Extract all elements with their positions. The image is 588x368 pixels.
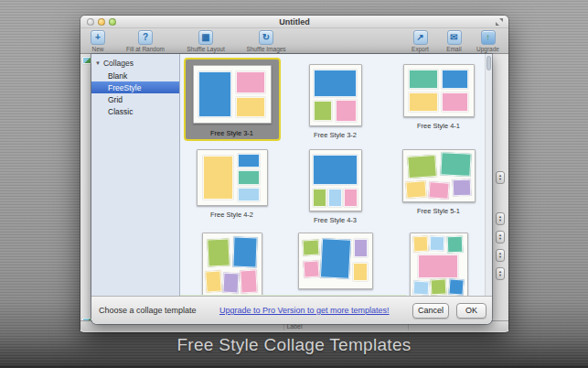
template-card[interactable] [387, 224, 490, 296]
template-label: Free Style 5-1 [417, 207, 460, 215]
lightblue-photo-block [328, 189, 342, 207]
upgrade-pro-link[interactable]: Upgrade to Pro Version to get more templ… [197, 306, 412, 315]
sidebar-item-grid[interactable]: Grid [91, 93, 179, 105]
close-button[interactable] [87, 18, 94, 26]
upgrade-button[interactable]: ↑Upgrade [471, 29, 505, 53]
teal-photo-block [409, 70, 438, 89]
blue-photo-block [442, 70, 469, 89]
cancel-button[interactable]: Cancel [412, 303, 449, 319]
pink-photo-block [240, 270, 257, 294]
selected-template-highlight: Free Style 3-1 [184, 58, 281, 141]
template-card[interactable] [283, 224, 387, 296]
export-arrow-icon: ↗ [413, 30, 428, 45]
zoom-button[interactable] [109, 18, 116, 26]
pink-photo-block [303, 260, 319, 277]
shuffle-layout-label: Shuffle Layout [187, 46, 224, 52]
blue-photo-block [320, 238, 351, 279]
background-inspector-pane: ▲▼▲▼▲▼▲▼▲▼ [492, 54, 508, 320]
sidebar-item-freestyle[interactable]: FreeStyle [91, 81, 179, 93]
ok-button[interactable]: OK [456, 303, 486, 319]
blue-photo-block [198, 71, 230, 118]
yellow-photo-block [412, 235, 427, 252]
fill-at-random-button[interactable]: ?Fill at Random [113, 29, 177, 53]
green-photo-block [314, 101, 332, 121]
template-thumbnail [402, 149, 476, 202]
template-grid: Free Style 3-1Free Style 3-2Free Style 4… [180, 54, 492, 296]
yellow-photo-block [406, 180, 427, 198]
layout-grid-icon: ▦ [198, 30, 213, 45]
yellow-photo-block [203, 156, 233, 200]
screenshot-caption: Free Style Collage Templates [0, 335, 588, 355]
template-free-style-5-1[interactable]: Free Style 5-1 [387, 139, 490, 224]
stepper-control[interactable]: ▲▼ [496, 212, 505, 225]
teal-photo-block [238, 170, 260, 185]
email-button[interactable]: ✉Email [437, 29, 471, 53]
yellow-photo-block [205, 271, 221, 294]
titlebar[interactable]: Untitled [80, 16, 508, 28]
sidebar-group-collages[interactable]: ▼ Collages [91, 57, 179, 70]
green-photo-block [313, 189, 326, 207]
template-card[interactable] [180, 224, 283, 296]
stepper-control[interactable]: ▲▼ [496, 249, 505, 262]
green-photo-block [303, 240, 319, 256]
template-thumbnail [197, 149, 268, 206]
photo-thumbnail-icon[interactable] [82, 57, 91, 64]
template-thumbnail [403, 64, 475, 117]
envelope-icon: ✉ [447, 30, 462, 45]
teal-photo-block [446, 235, 462, 253]
template-chooser-sheet: ▼ Collages BlankFreeStyleGridClassic Fre… [91, 54, 492, 324]
lightblue-photo-block [412, 280, 429, 295]
template-thumbnail [309, 64, 362, 126]
dice-icon: ? [138, 30, 153, 45]
stepper-control[interactable]: ▲▼ [496, 231, 505, 244]
toolbar-right-group: ↗Export✉Email↑Upgrade [403, 29, 505, 53]
shuffle-layout-button[interactable]: ▦Shuffle Layout [177, 29, 234, 53]
template-label: Free Style 4-3 [314, 216, 357, 224]
window-title: Untitled [279, 17, 310, 27]
template-thumbnail [298, 233, 373, 289]
pink-photo-block [236, 71, 265, 94]
resize-icon[interactable] [496, 18, 503, 26]
stepper-control[interactable]: ▲▼ [496, 267, 505, 280]
pink-photo-block [442, 92, 469, 112]
lightblue-photo-block [430, 235, 444, 250]
purple-photo-block [453, 179, 472, 197]
template-free-style-4-2[interactable]: Free Style 4-2 [180, 139, 283, 224]
template-thumbnail [410, 233, 468, 296]
yellow-photo-block [409, 92, 438, 112]
template-label: Free Style 4-1 [417, 122, 460, 130]
shuffle-images-button[interactable]: ↻Shuffle Images [234, 29, 298, 53]
blue-photo-block [238, 154, 260, 168]
minimize-button[interactable] [98, 18, 105, 26]
shuffle-images-label: Shuffle Images [246, 46, 285, 52]
template-label: Free Style 3-2 [314, 131, 357, 139]
lightblue-photo-block [238, 188, 260, 201]
up-arrow-icon: ↑ [481, 30, 496, 45]
green-photo-block [431, 279, 447, 295]
upgrade-label: Upgrade [476, 46, 499, 52]
app-window: Untitled +New?Fill at Random▦Shuffle Lay… [80, 16, 508, 332]
template-free-style-3-2[interactable]: Free Style 3-2 [283, 54, 387, 139]
pink-photo-block [336, 100, 358, 122]
vertical-scrollbar[interactable] [485, 54, 492, 296]
disclosure-triangle-icon[interactable]: ▼ [95, 60, 101, 66]
template-free-style-4-3[interactable]: Free Style 4-3 [283, 139, 387, 224]
choose-template-hint: Choose a collage template [99, 306, 197, 315]
pink-photo-block [429, 181, 450, 199]
sidebar-item-classic[interactable]: Classic [91, 105, 179, 117]
blue-photo-block [314, 70, 357, 97]
background-thumbnail-pane [80, 54, 91, 320]
stepper-control[interactable]: ▲▼ [496, 171, 505, 184]
sheet-footer: Choose a collage template Upgrade to Pro… [91, 296, 492, 324]
green-photo-block [407, 155, 437, 179]
new-button[interactable]: +New [82, 29, 113, 53]
template-free-style-4-1[interactable]: Free Style 4-1 [387, 54, 490, 139]
template-free-style-3-1[interactable]: Free Style 3-1 [180, 54, 283, 139]
sidebar-item-blank[interactable]: Blank [91, 70, 179, 81]
collage-category-sidebar: ▼ Collages BlankFreeStyleGridClassic [91, 54, 180, 296]
blue-photo-block [232, 237, 257, 268]
yellow-photo-block [353, 263, 369, 280]
export-button[interactable]: ↗Export [403, 29, 437, 53]
pink-photo-block [418, 254, 459, 278]
template-thumbnail [309, 149, 362, 211]
